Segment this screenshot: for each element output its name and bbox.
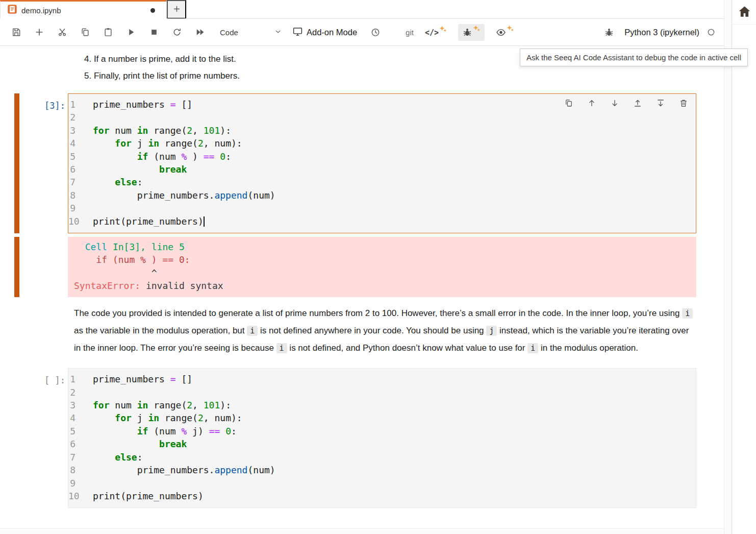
horizontal-scrollbar[interactable] [0,528,724,534]
clipboard-icon [103,27,113,37]
tab-title: demo.ipynb [21,6,150,15]
duplicate-icon [564,99,573,108]
monitor-icon [292,26,303,39]
sparkle-icon [439,25,447,33]
insert-cell-below-button[interactable] [656,99,665,108]
execution-count: [3]: [44,101,65,111]
cut-cell-button[interactable] [57,27,67,37]
home-button[interactable] [732,0,756,25]
clock-icon [370,27,381,37]
code-cell-active[interactable]: 1prime_numbers = []2 3for num in range(2… [68,93,696,233]
scissors-icon [57,27,67,37]
error-output: Cell In[3], line 5 if (num % ) == 0: ^Sy… [68,237,696,297]
save-button[interactable] [11,27,21,37]
cell-margin: [ ]: [0,368,68,508]
eye-icon [496,27,506,39]
notebook-toolbar: Code Add-on Mode git </> [0,19,724,46]
ai-code-assistant-button[interactable]: </> [421,25,451,40]
fast-forward-icon [195,27,205,37]
duplicate-cell-button[interactable] [564,99,573,108]
chevron-down-icon [274,28,282,37]
ai-debug-assistant-button[interactable] [458,24,485,41]
plus-icon [172,5,181,15]
run-cell-button[interactable] [126,27,136,37]
stop-icon [149,27,159,37]
vertical-scrollbar[interactable] [724,0,732,534]
delete-cell-button[interactable] [679,99,688,108]
bug-icon [462,27,472,39]
output-margin [0,237,68,297]
plus-icon [34,27,44,37]
refresh-icon [172,27,182,37]
paste-cell-button[interactable] [103,27,113,37]
bug-icon [604,27,614,37]
move-cell-up-button[interactable] [587,99,596,108]
markdown-explanation[interactable]: The code you provided is intended to gen… [68,305,695,357]
cell-margin [0,305,68,357]
insert-below-icon [656,99,665,108]
copy-icon [80,27,90,37]
arrow-up-icon [587,99,596,108]
history-button[interactable] [370,27,381,37]
sparkle-icon [473,25,481,32]
trash-icon [679,99,688,108]
insert-cell-above-button[interactable] [633,99,642,108]
code-cell[interactable]: 1prime_numbers = []2 3for num in range(2… [68,368,696,508]
cell-collapser[interactable] [14,93,19,233]
notebook-content: 4. If a number is prime, add it to the l… [0,46,724,528]
output-row: Cell In[3], line 5 if (num % ) == 0: ^Sy… [0,237,724,297]
interrupt-kernel-button[interactable] [149,27,159,37]
cell-type-label: Code [220,28,238,37]
cell-margin: [3]: [0,93,68,233]
tab-demo-ipynb[interactable]: demo.ipynb [0,0,167,19]
addon-mode-button[interactable]: Add-on Mode [292,26,357,39]
play-icon [126,27,136,37]
unsaved-changes-dot [150,8,155,13]
sparkle-icon [507,25,514,32]
tooltip: Ask the Seeq AI Code Assistant to debug … [520,48,748,66]
arrow-down-icon [610,99,619,108]
output-collapser[interactable] [14,237,19,297]
new-tab-button[interactable] [167,0,186,19]
insert-cell-button[interactable] [34,27,44,37]
tab-bar: demo.ipynb [0,0,724,19]
code-icon: </> [425,28,439,38]
code-editor[interactable]: 1prime_numbers = []2 3for num in range(2… [68,94,696,233]
kernel-status-icon [707,28,716,37]
right-sidebar [732,0,756,534]
move-cell-down-button[interactable] [610,99,619,108]
addon-mode-label: Add-on Mode [307,28,357,37]
code-cell-row: [ ]: 1prime_numbers = []2 3for num in ra… [0,368,724,508]
copy-cell-button[interactable] [80,27,90,37]
markdown-list-item: 5. Finally, print the list of prime numb… [84,67,724,84]
debugger-button[interactable] [604,27,614,37]
main-panel: demo.ipynb Code [0,0,724,534]
git-button[interactable]: git [406,28,414,37]
jupyterlab-app: demo.ipynb Code [0,0,756,534]
kernel-name[interactable]: Python 3 (ipykernel) [624,28,699,37]
insert-above-icon [633,99,642,108]
restart-run-all-button[interactable] [195,27,205,37]
cell-toolbar [564,99,688,108]
cell-type-dropdown[interactable]: Code [220,28,282,37]
execution-count-empty: [ ]: [44,375,65,385]
notebook-icon [7,4,17,16]
restart-kernel-button[interactable] [172,27,182,37]
explanation-row: The code you provided is intended to gen… [0,305,724,357]
save-icon [11,27,21,37]
ai-explain-assistant-button[interactable] [492,24,518,41]
code-cell-row: [3]: 1prime_numbers = []2 3for num in ra… [0,93,724,233]
home-icon [738,5,751,20]
code-editor[interactable]: 1prime_numbers = []2 3for num in range(2… [68,369,696,507]
